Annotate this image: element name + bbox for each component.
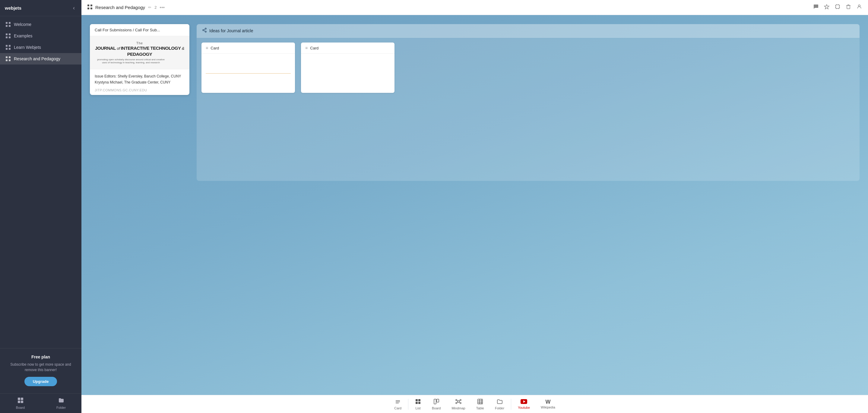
- sidebar-item-learn-webjets[interactable]: Learn Webjets: [0, 41, 82, 53]
- bottombar: Card List Board Mindmap Table: [82, 395, 868, 413]
- ideas-board-title: Ideas for Journal article: [209, 28, 253, 33]
- svg-rect-22: [88, 7, 89, 9]
- sidebar: webjets ‹ Welcome Examples Learn Webjets…: [0, 0, 82, 413]
- svg-rect-44: [415, 399, 418, 401]
- svg-point-50: [458, 401, 459, 403]
- svg-rect-7: [9, 36, 10, 38]
- svg-rect-0: [6, 22, 7, 24]
- sidebar-item-examples[interactable]: Examples: [0, 30, 82, 41]
- toolbar-mindmap[interactable]: Mindmap: [446, 397, 470, 412]
- toolbar-list[interactable]: List: [409, 397, 427, 412]
- lines-icon-2: ≡: [305, 45, 308, 50]
- mindmap-icon: [456, 399, 461, 406]
- journal-name-line: JOURNAL of INTERACTIVE TECHNOLOGY & PEDA…: [95, 45, 185, 57]
- svg-rect-18: [18, 401, 20, 403]
- trash-icon[interactable]: [846, 4, 851, 11]
- table-icon: [477, 399, 483, 406]
- svg-line-55: [457, 400, 458, 401]
- comment-icon[interactable]: [813, 4, 818, 11]
- svg-point-52: [460, 400, 461, 401]
- sidebar-collapse-button[interactable]: ‹: [71, 4, 76, 12]
- toolbar-table[interactable]: Table: [471, 397, 490, 412]
- journal-pedagogy: PEDAGOGY: [127, 52, 152, 57]
- folder-icon: [58, 397, 64, 405]
- svg-rect-45: [418, 399, 421, 401]
- svg-rect-2: [6, 25, 7, 27]
- link-card-description: Issue Editors: Shelly Eversley, Baruch C…: [95, 73, 185, 85]
- sidebar-footer: Free plan Subscribe now to get more spac…: [0, 348, 82, 393]
- toolbar-card[interactable]: Card: [389, 397, 407, 412]
- user-icon[interactable]: [857, 4, 862, 11]
- star-icon[interactable]: [824, 4, 829, 11]
- sidebar-item-label-learn-webjets: Learn Webjets: [14, 45, 41, 50]
- svg-rect-3: [9, 25, 10, 27]
- toolbar-table-label: Table: [476, 406, 484, 410]
- svg-line-56: [459, 400, 460, 401]
- upgrade-button[interactable]: Upgrade: [25, 377, 57, 386]
- sidebar-bottom-folder[interactable]: Folder: [41, 395, 82, 412]
- svg-point-51: [456, 400, 457, 401]
- link-card[interactable]: Call For Submissions / Call For Sub... T…: [90, 24, 189, 95]
- sidebar-header: webjets ‹: [0, 0, 82, 16]
- share-icon: [202, 28, 207, 34]
- svg-point-38: [205, 31, 206, 32]
- sidebar-bottom-board-label: Board: [16, 406, 25, 409]
- svg-rect-59: [478, 399, 483, 404]
- folder-toolbar-icon: [497, 399, 503, 406]
- note-card-2[interactable]: ≡ Card: [301, 42, 395, 93]
- sidebar-item-label-research-and-pedagogy: Research and Pedagogy: [14, 56, 60, 61]
- note-card-1[interactable]: ≡ Card: [202, 42, 295, 93]
- topbar: Research and Pedagogy ✏ 2 •••: [82, 0, 868, 15]
- item-count: 2: [154, 5, 157, 10]
- ideas-board-header: Ideas for Journal article: [197, 24, 860, 38]
- svg-line-58: [459, 402, 460, 403]
- toolbar-youtube[interactable]: Youtube: [513, 397, 535, 411]
- note-card-2-title: Card: [310, 46, 318, 50]
- svg-rect-5: [9, 33, 10, 35]
- toolbar-divider: [408, 399, 408, 410]
- toolbar-mindmap-label: Mindmap: [452, 406, 465, 410]
- sidebar-item-label-examples: Examples: [14, 33, 32, 38]
- link-card-url[interactable]: JITP.COMMONS.GC.CUNY.EDU: [95, 88, 185, 92]
- svg-rect-14: [6, 59, 7, 61]
- ideas-board-content: ≡ Card ≡ Card: [197, 38, 860, 98]
- toolbar-list-label: List: [415, 406, 421, 410]
- toolbar-card-label: Card: [394, 406, 401, 410]
- more-icon[interactable]: •••: [159, 5, 165, 10]
- grid-icon: [5, 56, 11, 62]
- note-card-2-body: [301, 54, 395, 93]
- link-card-header: Call For Submissions / Call For Sub...: [90, 24, 189, 36]
- frame-icon[interactable]: [835, 4, 840, 11]
- sidebar-bottom-board[interactable]: Board: [0, 395, 41, 412]
- svg-rect-1: [9, 22, 10, 24]
- free-plan-description: Subscribe now to get more space and remo…: [5, 362, 76, 373]
- journal-of: of: [117, 46, 121, 51]
- toolbar-board[interactable]: Board: [427, 397, 446, 412]
- main: Research and Pedagogy ✏ 2 •••: [82, 0, 868, 413]
- svg-point-36: [205, 28, 206, 29]
- svg-rect-46: [415, 402, 418, 404]
- svg-rect-4: [6, 33, 7, 35]
- sidebar-item-welcome[interactable]: Welcome: [0, 19, 82, 30]
- ideas-board: Ideas for Journal article ≡ Card: [197, 24, 860, 181]
- svg-rect-10: [6, 48, 7, 50]
- link-card-image: The JOURNAL of INTERACTIVE TECHNOLOGY & …: [90, 36, 189, 69]
- svg-rect-23: [91, 7, 92, 9]
- sidebar-title: webjets: [5, 5, 22, 10]
- grid-icon: [5, 44, 11, 50]
- sidebar-item-label-welcome: Welcome: [14, 22, 31, 27]
- svg-line-39: [204, 29, 205, 30]
- sidebar-item-research-and-pedagogy[interactable]: Research and Pedagogy: [0, 53, 82, 65]
- toolbar-wikipedia[interactable]: W Wikipedia: [535, 397, 561, 411]
- svg-rect-16: [18, 398, 20, 400]
- journal-subtitle: promoting open scholarly discourse aroun…: [95, 58, 167, 65]
- note-card-divider: [206, 73, 291, 73]
- journal-the: The: [95, 41, 185, 45]
- svg-line-57: [457, 402, 458, 403]
- svg-point-53: [456, 403, 457, 404]
- card-icon: [395, 399, 401, 406]
- edit-icon[interactable]: ✏: [148, 5, 151, 10]
- sidebar-nav: Welcome Examples Learn Webjets Research …: [0, 16, 82, 348]
- board-icon: [18, 397, 24, 405]
- toolbar-folder[interactable]: Folder: [490, 397, 510, 412]
